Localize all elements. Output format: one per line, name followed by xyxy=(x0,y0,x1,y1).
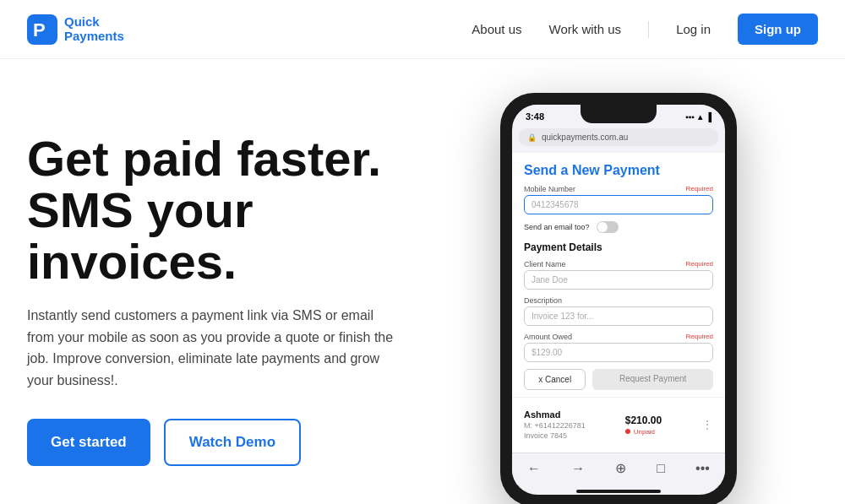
app-content: Send a New Payment Mobile Number Require… xyxy=(512,153,725,453)
description-input: Invoice 123 for... xyxy=(524,306,713,326)
logo-text: Quick Payments xyxy=(64,15,124,43)
hero-subtext: Instantly send customers a payment link … xyxy=(27,305,399,391)
list-item: Ashmad M: +61412226781 Invoice 7845 $210… xyxy=(524,404,713,445)
logo-icon: P xyxy=(27,14,57,45)
lock-icon: 🔒 xyxy=(527,133,537,142)
browser-url: quickpayments.com.au xyxy=(542,133,628,142)
nav-about-us[interactable]: About us xyxy=(472,22,521,36)
hero-section: Get paid faster. SMS your invoices. Inst… xyxy=(0,59,845,504)
phone-bottom-nav: ← → ⊕ □ ••• xyxy=(512,453,725,485)
cancel-button[interactable]: x Cancel xyxy=(524,369,586,390)
status-icons: ▪▪▪ ▴ ▐ xyxy=(685,112,711,122)
mobile-label: Mobile Number Required xyxy=(524,185,713,193)
hero-headline: Get paid faster. SMS your invoices. xyxy=(27,133,466,288)
amount-label: Amount Owed Required xyxy=(524,333,713,341)
unpaid-dot xyxy=(625,429,630,434)
hero-buttons: Get started Watch Demo xyxy=(27,419,466,466)
app-title: Send a New Payment xyxy=(524,163,713,178)
phone-notch xyxy=(581,105,657,123)
phone-device: 3:48 ▪▪▪ ▴ ▐ 🔒 quickpayments.com.au Send… xyxy=(500,93,737,504)
nav-work-with-us[interactable]: Work with us xyxy=(549,22,622,36)
hero-left: Get paid faster. SMS your invoices. Inst… xyxy=(27,133,466,465)
navbar: P Quick Payments About us Work with us L… xyxy=(0,0,845,59)
watch-demo-button[interactable]: Watch Demo xyxy=(164,419,301,466)
client-input: Jane Doe xyxy=(524,270,713,290)
logo[interactable]: P Quick Payments xyxy=(27,14,124,45)
signal-icon: ▪▪▪ xyxy=(685,112,695,122)
browser-bar: 🔒 quickpayments.com.au xyxy=(519,128,718,146)
list-item-right: $210.00 Unpaid xyxy=(625,415,662,436)
login-button[interactable]: Log in xyxy=(676,22,711,36)
more-options-button[interactable]: ⋮ xyxy=(701,418,713,431)
get-started-button[interactable]: Get started xyxy=(27,419,150,466)
mobile-input: 0412345678 xyxy=(524,195,713,214)
email-toggle xyxy=(597,221,619,233)
phone-mockup: 3:48 ▪▪▪ ▴ ▐ 🔒 quickpayments.com.au Send… xyxy=(500,93,737,504)
list-divider xyxy=(512,397,725,398)
home-indicator xyxy=(576,490,661,493)
add-tab-button[interactable]: ⊕ xyxy=(615,460,626,476)
status-time: 3:48 xyxy=(526,111,544,122)
description-label: Description xyxy=(524,296,713,305)
tabs-button[interactable]: □ xyxy=(657,461,665,476)
client-label: Client Name Required xyxy=(524,260,713,268)
nav-links: About us Work with us Log in Sign up xyxy=(472,14,818,45)
unpaid-badge: Unpaid xyxy=(625,428,662,436)
back-button[interactable]: ← xyxy=(527,461,541,476)
svg-text:P: P xyxy=(33,19,46,41)
signup-button[interactable]: Sign up xyxy=(738,14,818,45)
wifi-icon: ▴ xyxy=(698,112,702,122)
amount-input: $129.00 xyxy=(524,343,713,362)
list-item-info: Ashmad M: +61412226781 Invoice 7845 xyxy=(524,409,586,440)
payment-details-title: Payment Details xyxy=(524,241,713,253)
phone-screen: 3:48 ▪▪▪ ▴ ▐ 🔒 quickpayments.com.au Send… xyxy=(512,105,725,495)
battery-icon: ▐ xyxy=(706,112,711,122)
request-payment-button[interactable]: Request Payment xyxy=(592,369,713,390)
action-buttons: x Cancel Request Payment xyxy=(524,369,713,390)
more-button[interactable]: ••• xyxy=(695,461,710,476)
nav-divider xyxy=(648,21,649,38)
email-toggle-row: Send an email too? xyxy=(524,221,713,233)
forward-button[interactable]: → xyxy=(571,461,585,476)
